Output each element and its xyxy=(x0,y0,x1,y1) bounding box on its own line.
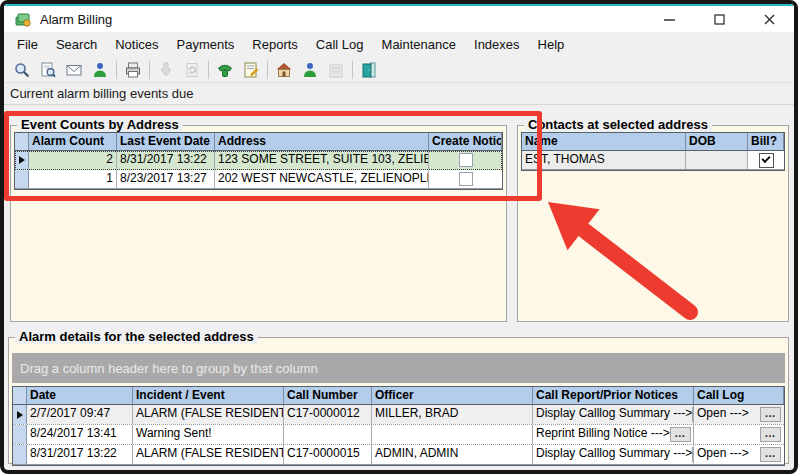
call-number-cell[interactable]: C17-0000012 xyxy=(284,405,372,424)
row-selector-cell[interactable] xyxy=(13,425,27,444)
menu-reports[interactable]: Reports xyxy=(243,34,307,55)
detail-row[interactable]: 8/24/2017 13:41 Warning Sent! Reprint Bi… xyxy=(13,425,784,445)
phone-icon[interactable] xyxy=(212,58,238,81)
bill-checkbox[interactable] xyxy=(759,153,774,168)
column-header-alarm-count[interactable]: Alarm Count xyxy=(29,133,117,150)
create-notice-cell[interactable] xyxy=(429,151,502,169)
person-icon[interactable] xyxy=(297,58,323,81)
column-header-call-log[interactable]: Call Log xyxy=(694,387,784,404)
call-log-cell[interactable]: … xyxy=(694,425,784,444)
contact-dob-cell[interactable] xyxy=(686,151,748,169)
create-notice-cell[interactable] xyxy=(429,170,502,188)
row-selector-cell[interactable] xyxy=(13,445,27,464)
search-icon[interactable] xyxy=(9,58,35,81)
call-log-action[interactable]: Open ---> xyxy=(697,445,749,464)
address-cell[interactable]: 202 WEST NEWCASTLE, ZELIENOPLE PA xyxy=(215,170,429,188)
toolbar-separator xyxy=(116,61,117,79)
menu-payments[interactable]: Payments xyxy=(168,34,244,55)
details-grid-header-row: Date Incident / Event Call Number Office… xyxy=(13,387,784,405)
contacts-grid[interactable]: Name DOB Bill? EST, THOMAS xyxy=(521,132,785,171)
create-notice-checkbox[interactable] xyxy=(459,153,473,167)
call-report-action[interactable]: Reprint Billing Notice ---> xyxy=(536,425,670,444)
alarm-count-cell[interactable]: 1 xyxy=(29,170,117,188)
column-header-create-notice[interactable]: Create Notice xyxy=(429,133,502,150)
last-event-date-cell[interactable]: 8/23/2017 13:27 xyxy=(117,170,215,188)
row-selector-cell[interactable] xyxy=(13,405,27,424)
minimize-button[interactable] xyxy=(658,8,680,30)
row-selector-cell[interactable] xyxy=(15,170,29,188)
close-button[interactable] xyxy=(758,8,780,30)
incident-cell[interactable]: ALARM (FALSE RESIDENTIA xyxy=(133,445,284,464)
contact-row[interactable]: EST, THOMAS xyxy=(522,151,784,170)
ellipsis-button[interactable]: … xyxy=(760,447,781,462)
menu-maintenance[interactable]: Maintenance xyxy=(373,34,465,55)
toolbar-separator xyxy=(208,61,209,79)
export-down-icon xyxy=(153,58,179,81)
home-icon[interactable] xyxy=(271,58,297,81)
call-number-cell[interactable] xyxy=(284,425,372,444)
menu-call-log[interactable]: Call Log xyxy=(307,34,373,55)
contact-name-cell[interactable]: EST, THOMAS xyxy=(522,151,686,169)
email-icon[interactable] xyxy=(61,58,87,81)
incident-cell[interactable]: Warning Sent! xyxy=(133,425,284,444)
address-cell[interactable]: 123 SOME STREET, SUITE 103, ZELIENOF xyxy=(215,151,429,169)
menu-notices[interactable]: Notices xyxy=(106,34,167,55)
detail-row[interactable]: 8/31/2017 13:22 ALARM (FALSE RESIDENTIA … xyxy=(13,445,784,465)
contacts-grid-header-row: Name DOB Bill? xyxy=(522,133,784,151)
ellipsis-button[interactable]: … xyxy=(670,427,691,442)
column-header-incident[interactable]: Incident / Event xyxy=(133,387,284,404)
officer-cell[interactable] xyxy=(372,425,533,444)
call-log-cell[interactable]: Open ---> … xyxy=(694,405,784,424)
refresh-doc-icon xyxy=(179,58,205,81)
row-selector-cell[interactable] xyxy=(15,151,29,169)
call-report-cell[interactable]: Display Calllog Summary ---> … xyxy=(533,445,694,464)
create-notice-checkbox[interactable] xyxy=(459,172,473,186)
call-report-cell[interactable]: Reprint Billing Notice ---> … xyxy=(533,425,694,444)
menu-file[interactable]: File xyxy=(8,34,47,55)
status-bar: Current alarm billing events due xyxy=(4,83,794,105)
officer-cell[interactable]: ADMIN, ADMIN xyxy=(372,445,533,464)
row-selector-header xyxy=(13,387,27,404)
call-log-action[interactable]: Open ---> xyxy=(697,405,749,424)
maximize-button[interactable] xyxy=(708,8,730,30)
ellipsis-button[interactable]: … xyxy=(760,407,781,422)
alarm-details-grid[interactable]: Date Incident / Event Call Number Office… xyxy=(12,386,785,466)
exit-icon[interactable] xyxy=(356,58,382,81)
column-header-officer[interactable]: Officer xyxy=(372,387,533,404)
detail-row-selected[interactable]: 2/7/2017 09:47 ALARM (FALSE RESIDENTIA C… xyxy=(13,405,784,425)
column-header-call-report[interactable]: Call Report/Prior Notices xyxy=(533,387,694,404)
menu-search[interactable]: Search xyxy=(47,34,106,55)
call-log-cell[interactable]: Open ---> … xyxy=(694,445,784,464)
column-header-name[interactable]: Name xyxy=(522,133,686,150)
call-number-cell[interactable]: C17-0000015 xyxy=(284,445,372,464)
event-counts-group: Event Counts by Address Alarm Count Last… xyxy=(10,125,507,322)
call-report-action[interactable]: Display Calllog Summary ---> xyxy=(536,445,692,464)
ellipsis-button[interactable]: … xyxy=(760,427,781,442)
column-header-call-number[interactable]: Call Number xyxy=(284,387,372,404)
column-header-dob[interactable]: DOB xyxy=(686,133,748,150)
menu-help[interactable]: Help xyxy=(529,34,574,55)
event-counts-grid[interactable]: Alarm Count Last Event Date Address Crea… xyxy=(14,132,503,190)
date-cell[interactable]: 8/24/2017 13:41 xyxy=(27,425,133,444)
contact-icon[interactable] xyxy=(87,58,113,81)
row-selector-arrow-icon xyxy=(17,411,23,419)
incident-cell[interactable]: ALARM (FALSE RESIDENTIA xyxy=(133,405,284,424)
column-header-bill[interactable]: Bill? xyxy=(748,133,784,150)
date-cell[interactable]: 8/31/2017 13:22 xyxy=(27,445,133,464)
call-report-cell[interactable]: Display Calllog Summary ---> … xyxy=(533,405,694,424)
print-icon[interactable] xyxy=(120,58,146,81)
event-row[interactable]: 1 8/23/2017 13:27 202 WEST NEWCASTLE, ZE… xyxy=(15,170,502,189)
alarm-count-cell[interactable]: 2 xyxy=(29,151,117,169)
officer-cell[interactable]: MILLER, BRAD xyxy=(372,405,533,424)
billing-form-icon[interactable] xyxy=(238,58,264,81)
menu-indexes[interactable]: Indexes xyxy=(465,34,529,55)
last-event-date-cell[interactable]: 8/31/2017 13:22 xyxy=(117,151,215,169)
column-header-date[interactable]: Date xyxy=(27,387,133,404)
preview-icon[interactable] xyxy=(35,58,61,81)
event-row-selected[interactable]: 2 8/31/2017 13:22 123 SOME STREET, SUITE… xyxy=(15,151,502,170)
column-header-last-event-date[interactable]: Last Event Date xyxy=(117,133,215,150)
column-header-address[interactable]: Address xyxy=(215,133,429,150)
call-report-action[interactable]: Display Calllog Summary ---> xyxy=(536,405,692,424)
contact-bill-cell[interactable] xyxy=(748,151,784,169)
date-cell[interactable]: 2/7/2017 09:47 xyxy=(27,405,133,424)
